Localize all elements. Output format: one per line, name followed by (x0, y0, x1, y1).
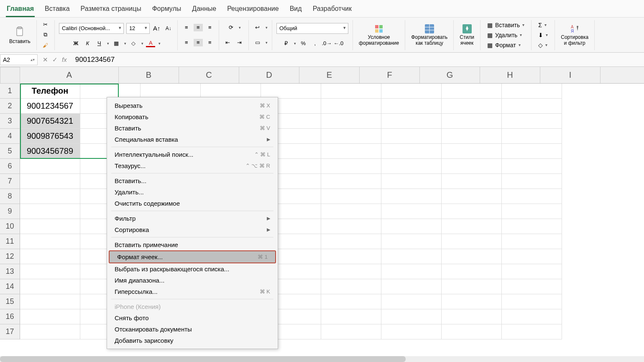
cell-G9[interactable] (381, 204, 442, 219)
horizontal-scrollbar[interactable] (0, 356, 644, 362)
cell-F1[interactable] (321, 84, 381, 99)
select-all-corner[interactable] (0, 67, 20, 84)
cell-H1[interactable] (442, 84, 502, 99)
cell-H7[interactable] (442, 174, 502, 189)
col-header-H[interactable]: H (480, 67, 540, 83)
cell-H16[interactable] (442, 309, 502, 324)
cell-G4[interactable] (381, 129, 442, 144)
cell-H3[interactable] (442, 114, 502, 129)
ctx-scan-docs[interactable]: Отсканировать документы (107, 324, 278, 335)
ctx-comment[interactable]: Вставить примечание (107, 239, 278, 250)
cell-A7[interactable] (20, 174, 80, 189)
cell-I16[interactable] (502, 309, 562, 324)
cell-A15[interactable] (20, 294, 80, 309)
col-header-A[interactable]: A (20, 67, 119, 83)
increase-font-icon[interactable]: A↑ (152, 25, 161, 32)
cell-A12[interactable] (20, 249, 80, 264)
sort-filter-button[interactable]: АЯ Сортировка и фильтр (559, 23, 590, 47)
delete-cells-button[interactable]: ▦Удалить▾ (485, 31, 524, 40)
row-header-17[interactable]: 17 (0, 324, 20, 339)
cell-H8[interactable] (442, 189, 502, 204)
tab-2[interactable]: Разметка страницы (80, 3, 142, 17)
merge-icon[interactable]: ▭ (253, 39, 262, 46)
cell-A1[interactable]: Телефон (20, 84, 80, 99)
cell-I11[interactable] (502, 234, 562, 249)
increase-decimal-icon[interactable]: .0→ (322, 40, 331, 47)
row-header-11[interactable]: 11 (0, 234, 20, 249)
align-bottom-icon[interactable]: ≡ (205, 24, 215, 31)
cell-G14[interactable] (381, 279, 442, 294)
cell-H11[interactable] (442, 234, 502, 249)
cell-I17[interactable] (502, 324, 562, 339)
row-header-4[interactable]: 4 (0, 129, 20, 144)
cell-F9[interactable] (321, 204, 381, 219)
cell-A11[interactable] (20, 234, 80, 249)
cell-H9[interactable] (442, 204, 502, 219)
format-cells-button[interactable]: ▦Формат▾ (485, 41, 523, 50)
font-color-icon[interactable]: A (146, 40, 155, 47)
cell-G1[interactable] (381, 84, 442, 99)
cell-H5[interactable] (442, 144, 502, 159)
ctx-dropdown-list[interactable]: Выбрать из раскрывающегося списка... (107, 263, 278, 275)
cell-A2[interactable]: 9001234567 (20, 99, 80, 114)
tab-1[interactable]: Вставка (44, 3, 70, 17)
cell-B1[interactable] (80, 84, 141, 99)
cell-A8[interactable] (20, 189, 80, 204)
row-header-1[interactable]: 1 (0, 84, 20, 99)
cell-I8[interactable] (502, 189, 562, 204)
ctx-insert[interactable]: Вставить... (107, 175, 278, 186)
cell-A16[interactable] (20, 309, 80, 324)
ctx-clear[interactable]: Очистить содержимое (107, 198, 278, 209)
cell-A13[interactable] (20, 264, 80, 279)
cell-H6[interactable] (442, 159, 502, 174)
ctx-delete[interactable]: Удалить... (107, 186, 278, 198)
col-header-E[interactable]: E (299, 67, 360, 83)
ctx-paste-special[interactable]: Специальная вставка▶ (107, 134, 278, 145)
ctx-range-name[interactable]: Имя диапазона... (107, 275, 278, 286)
ctx-sort[interactable]: Сортировка▶ (107, 224, 278, 235)
indent-inc-icon[interactable]: ⇥ (235, 39, 244, 46)
fill-button[interactable]: ⬇▾ (536, 31, 550, 40)
conditional-formatting-button[interactable]: Условное форматирование (357, 23, 401, 47)
cell-A3[interactable]: 9007654321 (20, 114, 80, 129)
tab-7[interactable]: Разработчик (312, 3, 353, 17)
cell-A6[interactable] (20, 159, 80, 174)
cell-F4[interactable] (321, 129, 381, 144)
wrap-text-icon[interactable]: ↩ (253, 24, 262, 31)
number-format-select[interactable] (276, 23, 348, 34)
cell-F15[interactable] (321, 294, 381, 309)
cell-I6[interactable] (502, 159, 562, 174)
ctx-add-sketch[interactable]: Добавить зарисовку (107, 335, 278, 346)
align-top-icon[interactable]: ≡ (182, 24, 191, 31)
percent-icon[interactable]: % (299, 40, 308, 47)
cell-G12[interactable] (381, 249, 442, 264)
row-header-5[interactable]: 5 (0, 144, 20, 159)
ctx-copy[interactable]: Копировать⌘ C (107, 111, 278, 122)
cut-icon[interactable]: ✂︎ (41, 20, 50, 28)
cell-F8[interactable] (321, 189, 381, 204)
cell-G7[interactable] (381, 174, 442, 189)
cell-G13[interactable] (381, 264, 442, 279)
cell-G8[interactable] (381, 189, 442, 204)
tab-0[interactable]: Главная (6, 3, 35, 17)
ctx-smart-lookup[interactable]: Интеллектуальный поиск...⌃ ⌘ L (107, 149, 278, 160)
ctx-thesaurus[interactable]: Тезаурус...⌃ ⌥ ⌘ R (107, 160, 278, 171)
cell-I1[interactable] (502, 84, 562, 99)
row-header-2[interactable]: 2 (0, 99, 20, 114)
fx-icon[interactable]: fx (62, 56, 67, 64)
cell-I12[interactable] (502, 249, 562, 264)
name-box[interactable]: A2▴▾ (0, 54, 38, 65)
align-right-icon[interactable]: ≡ (205, 39, 215, 46)
cell-H12[interactable] (442, 249, 502, 264)
tab-3[interactable]: Формулы (151, 3, 182, 17)
tab-5[interactable]: Рецензирование (226, 3, 280, 17)
cell-G10[interactable] (381, 219, 442, 234)
cell-H14[interactable] (442, 279, 502, 294)
align-left-icon[interactable]: ≡ (182, 39, 191, 46)
cell-F6[interactable] (321, 159, 381, 174)
ctx-take-photo[interactable]: Снять фото (107, 312, 278, 324)
cell-G3[interactable] (381, 114, 442, 129)
cell-I13[interactable] (502, 264, 562, 279)
cell-D1[interactable] (201, 84, 261, 99)
cell-I2[interactable] (502, 99, 562, 114)
